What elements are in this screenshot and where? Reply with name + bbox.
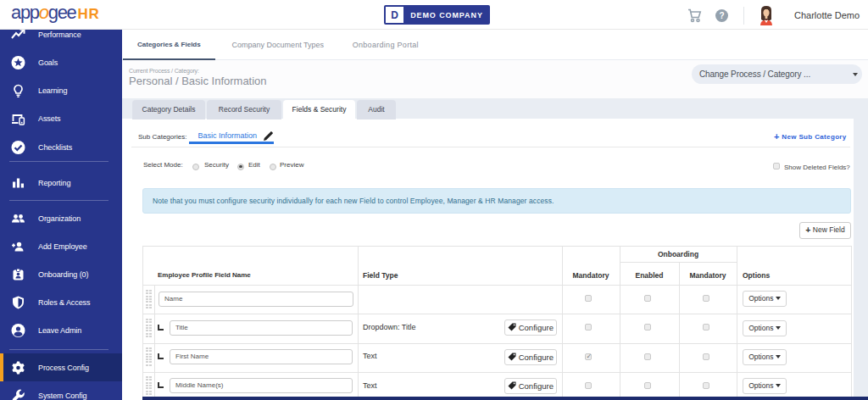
svg-text:?: ? (719, 11, 724, 20)
